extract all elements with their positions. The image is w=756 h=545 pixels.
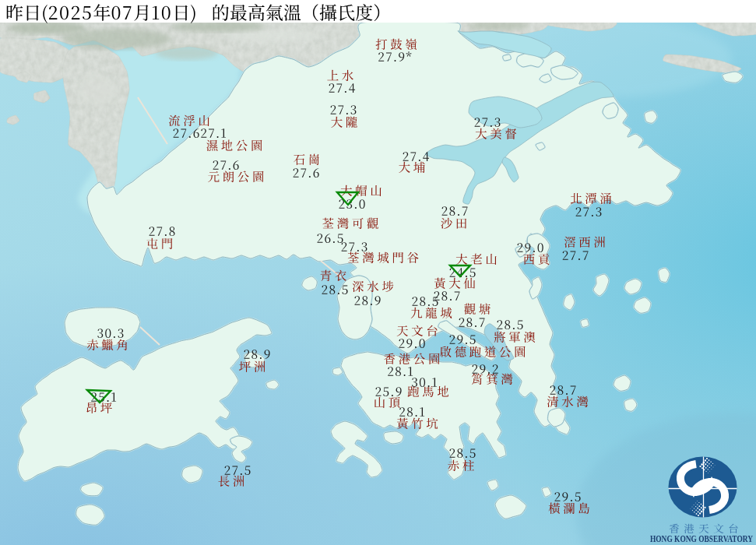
svg-text:HONG KONG OBSERVATORY: HONG KONG OBSERVATORY	[650, 533, 753, 544]
